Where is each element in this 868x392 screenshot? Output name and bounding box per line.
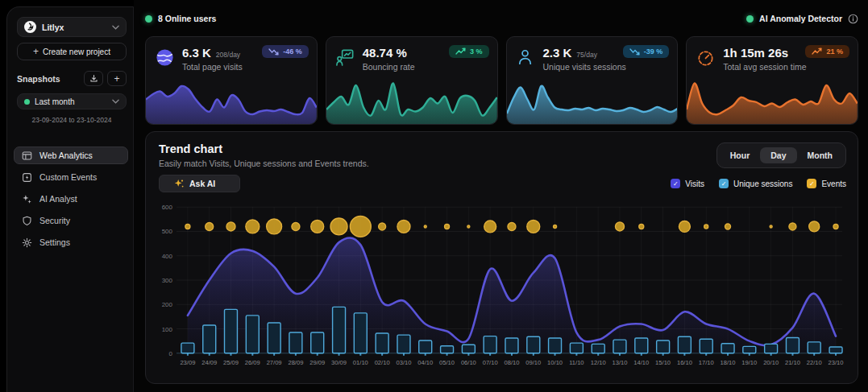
info-icon[interactable] — [848, 14, 858, 24]
sparkline-unique-sessions — [507, 79, 678, 124]
svg-text:20/10: 20/10 — [763, 359, 779, 366]
sparkle-icon — [174, 179, 184, 188]
chevron-down-icon — [112, 25, 119, 30]
svg-text:12/10: 12/10 — [591, 359, 606, 366]
stat-value: 1h 15m 26s — [723, 46, 788, 60]
trend-chart-svg: 010020030040050060023/0924/0925/0926/092… — [152, 195, 851, 380]
sparkline-session-time — [687, 79, 858, 124]
stat-card-unique-sessions[interactable]: 2.3 K 75/day Unique visits sessions -39 … — [506, 36, 679, 125]
sidebar-item-ai-analyst[interactable]: AI Analyst — [14, 190, 128, 208]
svg-text:26/09: 26/09 — [245, 359, 260, 366]
svg-text:24/09: 24/09 — [201, 359, 217, 366]
trend-badge-value: -46 % — [283, 47, 302, 56]
sparkles-icon — [22, 194, 32, 204]
svg-text:300: 300 — [162, 277, 173, 284]
browser-window-icon — [22, 151, 32, 161]
sidebar-item-label: Web Analytics — [39, 151, 93, 160]
sidebar-item-security[interactable]: Security — [14, 212, 128, 229]
stat-card-session-time[interactable]: 1h 15m 26s Total avg session time 21 % — [686, 36, 858, 125]
svg-text:400: 400 — [162, 253, 173, 260]
trend-badge: -39 % — [623, 45, 670, 58]
svg-text:03/10: 03/10 — [396, 359, 411, 366]
trend-chart-area[interactable]: 010020030040050060023/0924/0925/0926/092… — [152, 195, 851, 380]
stat-label: Total page visits — [182, 62, 243, 72]
timer-icon — [696, 47, 716, 68]
trend-chart-subtitle: Easily match Visits, Unique sessions and… — [159, 159, 369, 168]
stat-per-day: 75/day — [576, 51, 597, 59]
svg-text:19/10: 19/10 — [741, 359, 757, 366]
legend-events[interactable]: ✓ Events — [807, 179, 846, 188]
create-new-project-label: Create new project — [43, 47, 110, 56]
svg-text:0: 0 — [169, 350, 173, 357]
sidebar-item-web-analytics[interactable]: Web Analytics — [14, 146, 128, 164]
plus-icon: + — [114, 73, 119, 85]
range-month-button[interactable]: Month — [797, 147, 844, 163]
svg-text:10/10: 10/10 — [547, 359, 563, 366]
legend-visits[interactable]: ✓ Visits — [671, 179, 704, 188]
download-icon — [89, 74, 98, 83]
project-selector[interactable]: Litlyx — [17, 17, 127, 37]
sidebar-item-label: Security — [39, 216, 70, 225]
svg-text:600: 600 — [162, 204, 173, 211]
svg-text:100: 100 — [162, 326, 173, 333]
trend-down-icon — [268, 47, 279, 56]
sidebar: Litlyx + Create new project Snapshots + … — [6, 6, 134, 392]
trend-chart-title: Trend chart — [159, 142, 369, 155]
create-new-project-button[interactable]: + Create new project — [17, 43, 127, 60]
stat-value: 2.3 K — [543, 46, 572, 60]
svg-text:21/10: 21/10 — [785, 359, 800, 366]
anomaly-detector-label: AI Anomaly Detector — [759, 14, 842, 23]
range-day-button[interactable]: Day — [760, 147, 796, 163]
project-name: Litlyx — [42, 23, 106, 32]
trend-badge: 21 % — [805, 45, 849, 58]
chart-legend: ✓ Visits ✓ Unique sessions ✓ Events — [671, 179, 846, 188]
svg-text:22/10: 22/10 — [807, 359, 822, 366]
legend-label: Visits — [685, 179, 704, 188]
snapshot-period-selector[interactable]: Last month — [17, 93, 127, 109]
svg-text:18/10: 18/10 — [721, 359, 736, 366]
topbar: 8 Online users AI Anomaly Detector — [145, 11, 858, 26]
anomaly-status-dot — [746, 15, 754, 23]
stat-card-total-page-visits[interactable]: 6.3 K 208/day Total page visits -46 % — [145, 36, 318, 125]
sidebar-item-custom-events[interactable]: Custom Events — [14, 168, 128, 186]
stat-value: 6.3 K — [182, 46, 211, 60]
sidebar-item-settings[interactable]: Settings — [14, 233, 128, 251]
range-hour-button[interactable]: Hour — [720, 147, 761, 163]
snapshot-add-button[interactable]: + — [107, 71, 127, 86]
svg-text:23/10: 23/10 — [829, 359, 844, 366]
svg-text:17/10: 17/10 — [699, 359, 714, 366]
svg-text:08/10: 08/10 — [504, 359, 519, 366]
stat-per-day: 208/day — [216, 51, 240, 59]
svg-text:07/10: 07/10 — [483, 359, 498, 366]
svg-text:23/09: 23/09 — [180, 359, 195, 366]
svg-text:13/10: 13/10 — [613, 359, 628, 366]
main-content: 8 Online users AI Anomaly Detector — [134, 0, 868, 392]
svg-text:500: 500 — [162, 228, 173, 235]
legend-unique-sessions[interactable]: ✓ Unique sessions — [719, 179, 792, 188]
svg-text:01/10: 01/10 — [353, 359, 368, 366]
svg-text:29/09: 29/09 — [309, 359, 325, 366]
sparkline-bouncing-rate — [326, 79, 497, 124]
trend-badge: 3 % — [449, 45, 489, 58]
svg-text:04/10: 04/10 — [417, 359, 433, 366]
gear-icon — [22, 237, 32, 248]
sidebar-item-label: Settings — [39, 237, 70, 247]
snapshot-download-button[interactable] — [84, 71, 103, 86]
svg-text:27/09: 27/09 — [267, 359, 282, 366]
stat-value: 48.74 % — [363, 46, 407, 60]
analytics-dashboard: Litlyx + Create new project Snapshots + … — [0, 0, 868, 392]
trend-badge: -46 % — [262, 45, 309, 58]
online-status-dot — [145, 15, 152, 23]
svg-text:06/10: 06/10 — [461, 359, 476, 366]
sparkline-total-page-visits — [146, 79, 317, 124]
snapshot-period-value: Last month — [35, 97, 107, 106]
svg-text:15/10: 15/10 — [655, 359, 671, 366]
svg-text:11/10: 11/10 — [569, 359, 584, 366]
checkbox-checked-icon: ✓ — [807, 179, 816, 188]
time-range-switcher: Hour Day Month — [716, 142, 846, 168]
ask-ai-button[interactable]: Ask AI — [159, 175, 240, 192]
svg-text:16/10: 16/10 — [677, 359, 692, 366]
snapshot-status-dot — [24, 99, 30, 105]
stat-card-bouncing-rate[interactable]: 48.74 % Bouncing rate 3 % — [326, 36, 498, 125]
stat-label: Unique visits sessions — [543, 62, 626, 72]
